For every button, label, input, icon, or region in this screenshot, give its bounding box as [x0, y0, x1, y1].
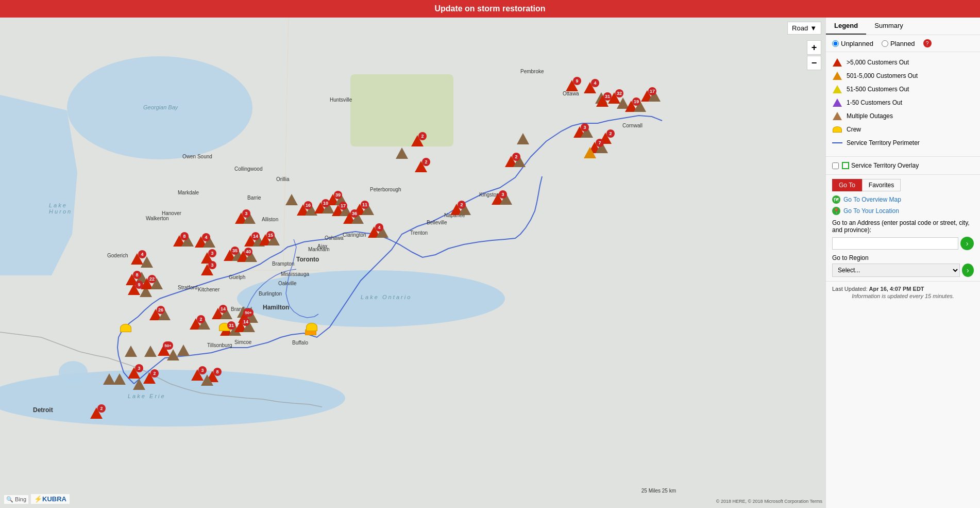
legend-item-crew: Crew [832, 124, 974, 135]
marker-group[interactable] [396, 148, 408, 159]
update-note: Information is updated every 15 minutes. [832, 293, 974, 299]
legend-label-51: 51-500 Customers Out [847, 86, 909, 93]
overlay-section: Service Territory Overlay [826, 157, 980, 175]
legend-section: >5,000 Customers Out 501-5,000 Customers… [826, 52, 980, 157]
legend-icon-crew [832, 124, 842, 135]
goto-region-label: Go to Region [832, 254, 974, 261]
planned-help-icon[interactable]: ? [923, 39, 932, 47]
top-banner: Update on storm restoration [0, 0, 980, 18]
panel-tab-bar: Legend Summary [826, 18, 980, 35]
legend-icon-purple [832, 97, 842, 108]
last-updated-label: Last Updated: [832, 286, 868, 292]
goto-your-location[interactable]: 📍 Go To Your Location [832, 207, 974, 215]
goto-region-button[interactable]: › [962, 264, 974, 277]
goto-section: Go To Favorites 🗺 Go To Overview Map 📍 G… [826, 175, 980, 282]
marker-group[interactable] [125, 346, 137, 357]
marker-group[interactable] [177, 345, 190, 356]
marker-group[interactable]: 9 [128, 284, 140, 295]
goto-address-row: › [832, 237, 974, 250]
tab-summary[interactable]: Summary [866, 18, 911, 35]
zoom-controls[interactable]: + − [807, 40, 821, 70]
outage-type-selector: Unplanned Planned ? [826, 35, 980, 52]
marker-group[interactable]: 2 [411, 135, 424, 146]
goto-region-row: Select... Eastern Ontario Western Ontari… [832, 264, 974, 277]
goto-overview-map[interactable]: 🗺 Go To Overview Map [832, 195, 974, 204]
banner-text: Update on storm restoration [434, 4, 545, 13]
goto-region-select[interactable]: Select... Eastern Ontario Western Ontari… [832, 264, 960, 277]
goto-tab-bar: Go To Favorites [832, 179, 974, 191]
kubra-logo: ⚡KUBRA [31, 494, 70, 504]
marker-group[interactable] [144, 346, 157, 357]
legend-item-5000: >5,000 Customers Out [832, 57, 974, 68]
marker-group[interactable]: 3 [128, 367, 140, 379]
overlay-checkbox[interactable] [832, 162, 839, 169]
radio-unplanned[interactable]: Unplanned [832, 40, 873, 47]
goto-address-button[interactable]: › [960, 237, 974, 250]
overlay-row: Service Territory Overlay [832, 162, 974, 169]
overlay-label: Service Territory Overlay [851, 162, 919, 169]
zoom-out-button[interactable]: − [807, 56, 821, 70]
marker-group[interactable]: 9 [566, 80, 578, 91]
legend-label-1: 1-50 Customers Out [847, 99, 902, 106]
right-panel: Legend Summary Unplanned Planned ? >5,00… [825, 18, 980, 508]
legend-item-1: 1-50 Customers Out [832, 97, 974, 108]
marker-group[interactable]: 3 [201, 264, 213, 275]
crew-marker[interactable] [120, 324, 131, 332]
marker-group[interactable]: 2 [415, 161, 427, 172]
marker-group[interactable] [584, 147, 596, 158]
radio-planned[interactable]: Planned [882, 40, 915, 47]
marker-group[interactable]: 31 [596, 95, 609, 107]
marker-group[interactable] [201, 374, 213, 386]
legend-icon-red [832, 57, 842, 68]
legend-label-501: 501-5,000 Customers Out [847, 72, 918, 79]
legend-label-5000: >5,000 Customers Out [847, 59, 909, 66]
legend-item-51: 51-500 Customers Out [832, 84, 974, 94]
legend-icon-yellow [832, 84, 842, 94]
legend-label-crew: Crew [847, 126, 861, 133]
legend-item-perimeter: Service Territory Perimeter [832, 138, 974, 148]
legend-item-multiple: Multiple Outages [832, 111, 974, 121]
scale-bar: 25 Miles 25 km [641, 488, 676, 494]
zoom-in-button[interactable]: + [807, 40, 821, 55]
legend-icon-orange [832, 71, 842, 81]
marker-group[interactable] [285, 194, 298, 205]
legend-label-multiple: Multiple Outages [847, 112, 893, 120]
marker-group[interactable]: 4 [584, 82, 596, 93]
chevron-down-icon: ▼ [810, 24, 817, 32]
last-updated-time: Apr 16, 4:07 PM EDT [869, 286, 924, 292]
crew-marker[interactable] [306, 323, 317, 331]
map-type-label: Road [792, 24, 808, 32]
legend-item-501: 501-5,000 Customers Out [832, 71, 974, 81]
map-icon: 🗺 [832, 195, 840, 204]
bing-logo: 🔍 Bing [4, 495, 28, 504]
legend-label-perimeter: Service Territory Perimeter [847, 139, 920, 146]
legend-icon-line [832, 138, 842, 148]
marker-group[interactable] [517, 133, 529, 144]
map-container[interactable]: Toronto Mississauga Brampton Hamilton Bu… [0, 18, 825, 508]
tab-goto[interactable]: Go To [832, 179, 862, 191]
legend-icon-brown [832, 111, 842, 121]
copyright: © 2018 HERE, © 2018 Microsoft Corporatio… [716, 499, 822, 504]
map-type-control[interactable]: Road ▼ [787, 22, 821, 35]
marker-group[interactable] [113, 373, 126, 385]
marker-group[interactable]: 2 [90, 407, 103, 419]
tab-favorites[interactable]: Favorites [862, 179, 901, 191]
goto-address-input[interactable] [832, 237, 958, 250]
last-updated-section: Last Updated: Apr 16, 4:07 PM EDT Inform… [826, 282, 980, 303]
marker-group[interactable] [133, 379, 145, 390]
location-icon: 📍 [832, 207, 840, 215]
tab-legend[interactable]: Legend [826, 18, 866, 35]
map-type-selector[interactable]: Road ▼ [787, 22, 821, 35]
goto-address-label: Go to an Address (enter postal code or s… [832, 219, 974, 234]
overlay-square-icon [842, 162, 849, 169]
